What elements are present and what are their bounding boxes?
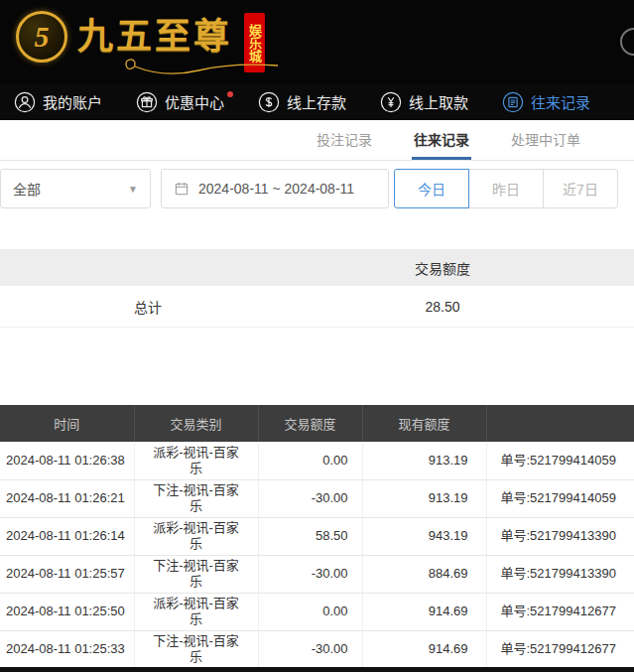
cell-time: 2024-08-11 01:25:33 xyxy=(0,630,134,668)
cell-order-number: 单号:521799414059 xyxy=(486,442,634,479)
deposit-coin-icon xyxy=(258,91,280,113)
cell-type: 派彩-视讯-百家乐 xyxy=(134,517,258,555)
records-table-body: 2024-08-11 01:26:38 派彩-视讯-百家乐 0.00 913.1… xyxy=(0,442,634,668)
table-row: 2024-08-11 01:25:50 派彩-视讯-百家乐 0.00 914.6… xyxy=(0,593,634,630)
cell-time: 2024-08-11 01:26:21 xyxy=(0,479,134,517)
user-icon xyxy=(14,91,36,113)
tab-transaction-records[interactable]: 往来记录 xyxy=(412,120,471,160)
cell-type: 下注-视讯-百家乐 xyxy=(134,630,258,668)
records-table-head: 时间 交易类别 交易额度 现有额度 xyxy=(0,405,634,442)
withdraw-coin-icon xyxy=(380,91,402,113)
cell-type: 派彩-视讯-百家乐 xyxy=(134,442,258,479)
summary-table: 交易额度 总计 28.50 xyxy=(0,249,634,328)
nav-item-label: 往来记录 xyxy=(531,91,590,112)
logo-symbol: 5 xyxy=(35,20,50,54)
summary-amount-header: 交易额度 xyxy=(296,249,634,286)
col-header-amount: 交易额度 xyxy=(258,405,362,442)
nav-item-promotions[interactable]: 优惠中心 xyxy=(136,91,224,113)
table-row: 2024-08-11 01:25:57 下注-视讯-百家乐 -30.00 884… xyxy=(0,555,634,593)
cell-amount: 0.00 xyxy=(258,593,362,630)
cell-balance: 913.19 xyxy=(362,479,486,517)
cell-order-number: 单号:521799412677 xyxy=(486,630,634,668)
nav-item-label: 优惠中心 xyxy=(165,91,224,112)
category-select-value: 全部 xyxy=(13,179,41,199)
page: 5 九五至尊 娱乐城 我的账户 优惠中心 xyxy=(0,0,634,669)
yesterday-button[interactable]: 昨日 xyxy=(468,169,544,208)
category-select[interactable]: 全部 ▼ xyxy=(0,169,151,208)
brand-logo-icon: 5 xyxy=(16,11,67,63)
col-header-order xyxy=(486,405,634,442)
records-icon xyxy=(502,91,524,113)
cell-order-number: 单号:521799414059 xyxy=(486,479,634,517)
date-range-input[interactable]: 2024-08-11 ~ 2024-08-11 xyxy=(161,169,389,208)
nav-item-transaction-records[interactable]: 往来记录 xyxy=(502,91,590,113)
record-tabs: 投注记录 往来记录 处理中订单 xyxy=(0,120,634,161)
cell-balance: 913.19 xyxy=(362,442,486,479)
summary-total-value: 28.50 xyxy=(296,286,634,327)
col-header-type: 交易类别 xyxy=(134,405,258,442)
cell-time: 2024-08-11 01:25:57 xyxy=(0,555,134,593)
nav-item-withdraw[interactable]: 线上取款 xyxy=(380,91,468,113)
cell-amount: 58.50 xyxy=(258,517,362,555)
nav-item-my-account[interactable]: 我的账户 xyxy=(14,91,102,113)
summary-total-row: 总计 28.50 xyxy=(0,286,634,328)
nav-item-label: 线上取款 xyxy=(409,91,468,112)
cell-balance: 943.19 xyxy=(362,517,486,555)
date-range-value: 2024-08-11 ~ 2024-08-11 xyxy=(198,181,354,197)
cell-order-number: 单号:521799413390 xyxy=(486,555,634,593)
filter-bar: 全部 ▼ 2024-08-11 ~ 2024-08-11 今日 昨日 近7日 xyxy=(0,169,634,208)
cell-balance: 884.69 xyxy=(362,555,486,593)
cell-amount: -30.00 xyxy=(258,630,362,668)
cell-type: 下注-视讯-百家乐 xyxy=(134,555,258,593)
cell-order-number: 单号:521799412677 xyxy=(486,593,634,630)
cell-time: 2024-08-11 01:26:38 xyxy=(0,442,134,479)
gift-icon xyxy=(136,91,158,113)
cell-balance: 914.69 xyxy=(362,630,486,668)
quick-date-buttons: 今日 昨日 近7日 xyxy=(394,169,618,208)
col-header-balance: 现有额度 xyxy=(362,405,486,442)
table-row: 2024-08-11 01:25:33 下注-视讯-百家乐 -30.00 914… xyxy=(0,630,634,668)
tab-processing-orders[interactable]: 处理中订单 xyxy=(509,120,582,160)
cell-type: 派彩-视讯-百家乐 xyxy=(134,593,258,630)
today-button[interactable]: 今日 xyxy=(394,169,469,208)
summary-header-row: 交易额度 xyxy=(0,249,634,286)
flourish-decoration-icon xyxy=(117,56,286,77)
cell-amount: -30.00 xyxy=(258,555,362,593)
table-row: 2024-08-11 01:26:14 派彩-视讯-百家乐 58.50 943.… xyxy=(0,517,634,555)
nav-item-label: 我的账户 xyxy=(43,91,102,112)
nav-item-label: 线上存款 xyxy=(287,91,346,112)
cell-type: 下注-视讯-百家乐 xyxy=(134,479,258,517)
tab-bet-records[interactable]: 投注记录 xyxy=(315,120,374,160)
cell-time: 2024-08-11 01:25:50 xyxy=(0,593,134,630)
cell-amount: -30.00 xyxy=(258,479,362,517)
bottom-bar xyxy=(0,667,634,672)
cell-time: 2024-08-11 01:26:14 xyxy=(0,517,134,555)
notification-dot xyxy=(227,91,233,97)
corner-circle-icon[interactable] xyxy=(620,28,634,56)
main-nav: 我的账户 优惠中心 线上存款 线上取款 xyxy=(0,83,634,120)
calendar-icon xyxy=(174,181,190,197)
cell-order-number: 单号:521799413390 xyxy=(486,517,634,555)
chevron-down-icon: ▼ xyxy=(128,184,138,195)
cell-balance: 914.69 xyxy=(362,593,486,630)
summary-header-empty xyxy=(0,249,296,286)
site-header: 5 九五至尊 娱乐城 xyxy=(0,0,634,83)
col-header-time: 时间 xyxy=(0,405,134,442)
table-row: 2024-08-11 01:26:38 派彩-视讯-百家乐 0.00 913.1… xyxy=(0,442,634,479)
table-row: 2024-08-11 01:26:21 下注-视讯-百家乐 -30.00 913… xyxy=(0,479,634,517)
records-table: 时间 交易类别 交易额度 现有额度 2024-08-11 01:26:38 派彩… xyxy=(0,405,634,669)
nav-item-deposit[interactable]: 线上存款 xyxy=(258,91,346,113)
last-7-days-button[interactable]: 近7日 xyxy=(543,169,618,208)
summary-total-label: 总计 xyxy=(0,286,296,327)
cell-amount: 0.00 xyxy=(258,442,362,479)
